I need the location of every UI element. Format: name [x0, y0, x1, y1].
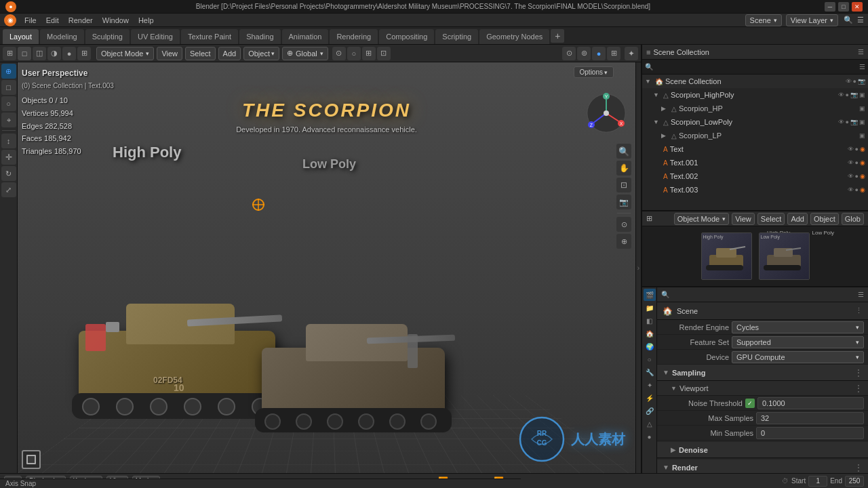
- view-mode-icon[interactable]: ⊞: [3, 47, 16, 60]
- tree-row-highpoly[interactable]: ▼ △ Scorpion_HighPoly 👁 ● 📷 ▣: [642, 88, 868, 102]
- props-particles-icon[interactable]: ✦: [644, 379, 656, 391]
- denoise-section-header[interactable]: ▶ Denoise: [657, 442, 868, 458]
- preview-select-btn[interactable]: Select: [757, 213, 785, 225]
- restrict-icon-t2[interactable]: ●: [855, 173, 859, 180]
- outliner-search-input[interactable]: [655, 63, 859, 70]
- cursor-tool[interactable]: ⊕: [1, 64, 16, 79]
- render-section-menu[interactable]: ⋮: [854, 463, 863, 472]
- zoom-in-btn[interactable]: 🔍: [616, 144, 631, 159]
- camera-icon-root[interactable]: 📷: [858, 78, 865, 85]
- props-filter-btn[interactable]: ☰: [858, 291, 864, 298]
- sampling-menu-dots[interactable]: ⋮: [854, 368, 863, 378]
- view-layer-selector[interactable]: View Layer ▾: [786, 14, 838, 26]
- tree-row-scene-collection[interactable]: ▼ 🏠 Scene Collection 👁 ● 📷: [642, 75, 868, 88]
- transform-dropdown[interactable]: ⊕ Global ▾: [282, 47, 328, 60]
- move-tool[interactable]: ✛: [1, 150, 16, 165]
- transform-tool[interactable]: ↕: [1, 134, 16, 148]
- select-box-tool[interactable]: □: [1, 80, 16, 95]
- eye-icon-lp[interactable]: 👁: [838, 119, 844, 125]
- eye-icon-t2[interactable]: 👁: [848, 173, 854, 180]
- vr-btn[interactable]: ⊕: [616, 234, 631, 249]
- filter-icon-lp[interactable]: ▣: [859, 119, 865, 125]
- tab-rendering[interactable]: Rendering: [330, 29, 378, 44]
- maximize-btn[interactable]: □: [838, 2, 849, 12]
- close-btn[interactable]: ✕: [852, 2, 863, 12]
- tree-row-lowpoly[interactable]: ▼ △ Scorpion_LowPoly 👁 ● 📷 ▣: [642, 115, 868, 129]
- tree-row-scorpion-lp[interactable]: ▶ △ Scorpion_LP ▣: [642, 129, 868, 142]
- min-samples-value[interactable]: 0: [756, 427, 864, 439]
- tree-row-text[interactable]: A Text 👁 ● ◉: [642, 142, 868, 156]
- props-modifier-icon[interactable]: 🔧: [644, 366, 656, 378]
- snapping-icon[interactable]: ✦: [625, 47, 638, 60]
- scene-selector[interactable]: Scene ▾: [745, 14, 782, 26]
- preview-viewport-btn[interactable]: Object Mode ▾: [674, 213, 729, 225]
- props-constraints-icon[interactable]: 🔗: [644, 405, 656, 417]
- tab-add-btn[interactable]: +: [551, 29, 564, 43]
- snap-icon[interactable]: ⊙: [332, 47, 346, 60]
- xray-toggle[interactable]: ⊚: [577, 47, 591, 60]
- sampling-section-header[interactable]: ▼ Sampling ⋮: [657, 365, 868, 381]
- start-frame-input[interactable]: [808, 476, 827, 487]
- view-extra-icon[interactable]: ⊞: [77, 47, 91, 60]
- eye-icon-t3[interactable]: 👁: [848, 186, 854, 193]
- props-scene-icon[interactable]: 🏠: [644, 327, 656, 340]
- filter-icon-btn[interactable]: ☰: [857, 16, 864, 24]
- extra-icon2[interactable]: ⊡: [377, 47, 391, 60]
- tab-modeling[interactable]: Modeling: [40, 29, 84, 44]
- tree-row-text001[interactable]: A Text.001 👁 ● ◉: [642, 156, 868, 169]
- end-frame-input[interactable]: [845, 476, 864, 487]
- render-engine-dropdown[interactable]: Cycles ▾: [732, 321, 864, 333]
- props-output-icon[interactable]: 📁: [644, 302, 656, 314]
- eye-icon-root[interactable]: 👁: [846, 78, 852, 85]
- max-samples-value[interactable]: 32: [756, 412, 864, 424]
- restrict-icon-t3[interactable]: ●: [855, 186, 859, 193]
- filter-icon-shp[interactable]: ▣: [859, 105, 865, 112]
- tab-animation[interactable]: Animation: [282, 29, 329, 44]
- zoom-to-fit-btn[interactable]: ⊡: [616, 178, 631, 192]
- extra-icon1[interactable]: ⊞: [362, 47, 376, 60]
- view-solid-icon[interactable]: □: [18, 47, 31, 60]
- render-preview-btn[interactable]: ⊙: [616, 217, 631, 232]
- view-render-icon[interactable]: ●: [62, 47, 76, 60]
- select-lasso-tool[interactable]: ⌖: [1, 113, 16, 127]
- tab-compositing[interactable]: Compositing: [379, 29, 434, 44]
- tab-geometry-nodes[interactable]: Geometry Nodes: [479, 29, 549, 44]
- preview-transform-btn[interactable]: Glob: [842, 213, 864, 225]
- noise-threshold-value[interactable]: 0.1000: [757, 397, 864, 409]
- filter-icon-hp[interactable]: ▣: [859, 92, 865, 98]
- options-btn[interactable]: Options ▾: [574, 66, 614, 78]
- eye-icon-t1[interactable]: 👁: [848, 159, 854, 166]
- camera-icon-hp[interactable]: 📷: [850, 92, 858, 98]
- tree-row-text003[interactable]: A Text.003 👁 ● ◉: [642, 183, 868, 197]
- preview-view-btn[interactable]: View: [732, 213, 755, 225]
- view-btn[interactable]: View: [157, 47, 182, 60]
- device-dropdown[interactable]: GPU Compute ▾: [732, 351, 864, 363]
- viewport-sub-section[interactable]: ▼ Viewport ⋮: [657, 381, 868, 396]
- restrict-icon-root[interactable]: ●: [853, 78, 856, 85]
- grid-toggle[interactable]: ⊞: [607, 47, 620, 60]
- object-btn[interactable]: Object ▾: [243, 47, 279, 60]
- view-material-icon[interactable]: ◑: [47, 47, 61, 60]
- props-render-icon[interactable]: 🎬: [644, 289, 656, 301]
- tab-layout[interactable]: Layout: [3, 29, 39, 44]
- menu-help[interactable]: Help: [134, 15, 158, 26]
- feature-set-dropdown[interactable]: Supported ▾: [732, 336, 864, 348]
- restrict-icon-lp[interactable]: ●: [846, 119, 849, 125]
- restrict-icon-t1[interactable]: ●: [855, 159, 859, 166]
- menu-window[interactable]: Window: [98, 15, 133, 26]
- filter-icon-slp[interactable]: ▣: [859, 132, 865, 139]
- eye-icon-hp[interactable]: 👁: [838, 92, 844, 98]
- viewport-3d[interactable]: THE SCORPION Developed in 1970. Advanced…: [18, 62, 635, 473]
- props-view-layer-icon[interactable]: ◧: [644, 314, 656, 327]
- viewport-sub-menu[interactable]: ⋮: [854, 384, 863, 393]
- overlay-toggle[interactable]: ⊙: [562, 47, 576, 60]
- props-object-icon[interactable]: ○: [644, 353, 656, 365]
- scene-extra-btn[interactable]: ⋮: [855, 306, 863, 315]
- props-data-icon[interactable]: △: [644, 418, 656, 430]
- preview-object-btn[interactable]: Object: [810, 213, 839, 225]
- menu-edit[interactable]: Edit: [42, 15, 63, 26]
- props-search-input[interactable]: [672, 291, 855, 298]
- props-world-icon[interactable]: 🌍: [644, 340, 656, 352]
- menu-render[interactable]: Render: [64, 15, 97, 26]
- tab-texture-paint[interactable]: Texture Paint: [181, 29, 238, 44]
